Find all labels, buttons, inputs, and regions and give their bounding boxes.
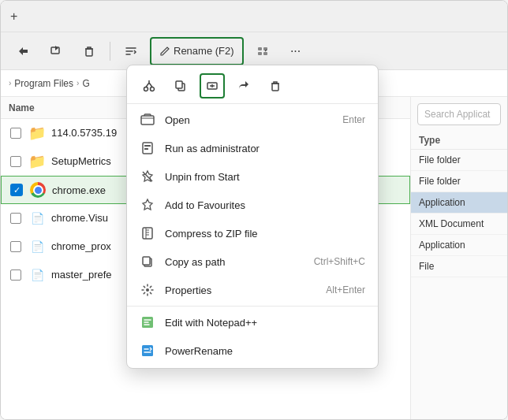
ctx-unpin[interactable]: Unpin from Start [127,162,378,191]
breadcrumb-program-files[interactable]: Program Files [14,78,73,89]
svg-rect-14 [144,145,151,147]
svg-rect-19 [143,257,150,265]
ctx-run-admin[interactable]: Run as administrator [127,134,378,162]
properties-label: Properties [165,284,316,296]
properties-icon [140,282,155,298]
breadcrumb-nav-arrow[interactable]: › [9,79,11,87]
search-placeholder: Search Applicat [424,109,490,120]
breadcrumb-g[interactable]: G [82,78,89,89]
ctx-compress[interactable]: Compress to ZIP file [127,219,378,247]
svg-point-6 [144,87,148,91]
compress-icon [140,225,155,241]
favourites-label: Add to Favourites [165,199,356,211]
ctx-favourites[interactable]: Add to Favourites [127,191,378,219]
ctx-delete-button[interactable] [263,73,288,98]
checkbox-114[interactable] [9,126,23,140]
delete-toolbar-button[interactable] [75,37,103,65]
copy-path-shortcut: Ctrl+Shift+C [314,256,365,267]
favourites-icon [140,197,155,213]
panel-item: Application [411,235,507,256]
run-admin-label: Run as administrator [165,143,356,154]
panel-item: File folder [411,171,507,192]
file-icon-chromep: 📄 [29,239,45,255]
powerrename-icon [140,343,155,359]
sort-button[interactable] [117,37,145,65]
ctx-cut-button[interactable] [136,73,162,98]
checkbox-chrome[interactable]: ✓ [9,183,24,197]
ctx-open[interactable]: Open Enter [127,106,378,134]
checkbox-icon [10,269,21,281]
unpin-icon [140,169,155,184]
svg-rect-9 [176,81,182,88]
copy-path-label: Copy as path [165,256,304,268]
panel-column-header: Type [411,132,507,150]
svg-rect-17 [143,228,152,239]
ctx-share-button[interactable] [231,73,256,98]
folder-icon-114: 📁 [29,125,45,141]
ctx-copy-path[interactable]: Copy as path Ctrl+Shift+C [127,247,378,276]
powerrename-label: PowerRename [165,345,356,357]
svg-rect-5 [263,52,267,55]
checkbox-icon [10,241,21,252]
right-panel: Search Applicat Type File folder File fo… [411,97,507,419]
more-dots: ··· [290,44,301,58]
ctx-copy-button[interactable] [168,73,193,98]
column-name-label: Name [9,102,35,113]
svg-point-20 [146,288,149,292]
share-button[interactable] [42,37,70,65]
rename-label: Rename (F2) [174,45,234,57]
file-icon-chromev: 📄 [29,210,45,226]
more-button[interactable]: ··· [282,37,310,65]
unpin-label: Unpin from Start [165,171,356,183]
svg-rect-2 [258,47,262,50]
checkbox-master[interactable] [9,268,23,282]
svg-rect-1 [86,49,92,56]
open-label: Open [165,114,333,126]
checkbox-chromev[interactable] [9,211,23,225]
compress-label: Compress to ZIP file [165,228,356,240]
svg-point-7 [151,87,155,91]
separator-1 [110,42,110,61]
copy-path-icon [140,254,155,269]
checkbox-icon [10,213,21,224]
svg-rect-11 [272,84,278,91]
title-bar: + [1,1,507,32]
notepadpp-label: Edit with Notepad++ [165,317,356,329]
back-button[interactable] [9,37,37,65]
svg-rect-4 [258,52,262,55]
context-menu-toolbar [127,69,378,104]
open-shortcut: Enter [342,114,365,125]
ctx-notepadpp[interactable]: Edit with Notepad++ [127,308,378,336]
ctx-separator [127,306,378,307]
folder-icon-setup: 📁 [29,154,45,169]
file-icon-master: 📄 [29,267,45,283]
ctx-properties[interactable]: Properties Alt+Enter [127,276,378,304]
breadcrumb-separator: › [77,79,79,87]
properties-shortcut: Alt+Enter [326,284,365,295]
search-box[interactable]: Search Applicat [417,103,501,125]
rename-button[interactable]: Rename (F2) [150,37,244,65]
new-tab-button[interactable]: + [10,9,17,24]
ctx-powerrename[interactable]: PowerRename [127,336,378,365]
view-button[interactable] [248,37,277,65]
svg-rect-22 [142,345,153,356]
checkbox-icon [10,156,21,167]
checkbox-chromep[interactable] [9,240,23,254]
panel-item-application: Application [411,192,507,214]
open-icon [140,112,155,128]
panel-item: File folder [411,150,507,171]
svg-rect-15 [144,148,148,150]
notepadpp-icon [140,314,155,330]
admin-icon [140,140,155,156]
ctx-rename-button[interactable] [200,73,225,98]
checkbox-icon [10,128,21,139]
panel-item: XML Document [411,214,507,235]
panel-item: File [411,256,507,277]
context-menu: Open Enter Run as administrator Unpin fr… [126,65,379,369]
checkbox-setup[interactable] [9,154,23,169]
svg-rect-12 [141,116,154,125]
checked-icon: ✓ [10,184,23,196]
chrome-icon [30,182,46,198]
